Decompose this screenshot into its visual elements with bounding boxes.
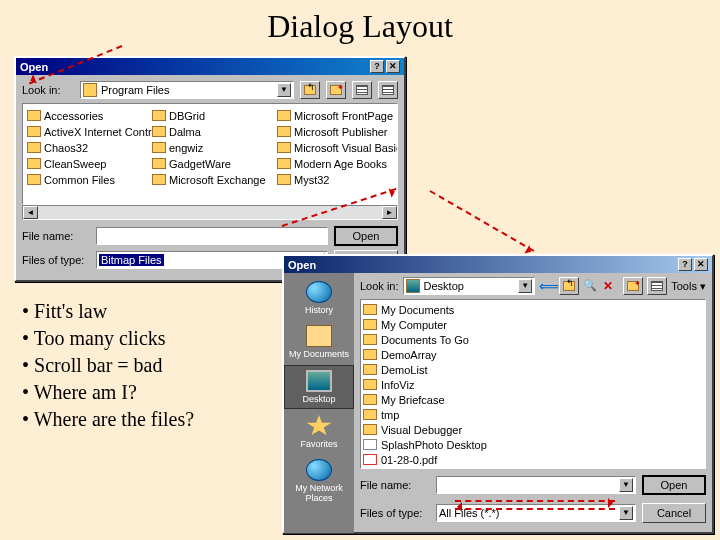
list-item[interactable]: My Documents (363, 302, 703, 317)
bullet-item: Too many clicks (22, 325, 194, 352)
item-label: InfoViz (381, 379, 414, 391)
folder-label: GadgetWare (169, 158, 231, 170)
folder-icon (152, 142, 166, 153)
folder-icon (152, 174, 166, 185)
folder-icon (363, 364, 377, 375)
places-item-desktop[interactable]: Desktop (284, 365, 354, 409)
places-item-my-documents[interactable]: My Documents (284, 321, 354, 363)
places-item-favorites[interactable]: Favorites (284, 411, 354, 453)
chevron-down-icon[interactable]: ▼ (277, 83, 291, 97)
look-in-combo[interactable]: Desktop ▼ (403, 277, 536, 295)
places-bar: HistoryMy DocumentsDesktopFavoritesMy Ne… (284, 273, 354, 533)
cancel-button[interactable]: Cancel (642, 503, 706, 523)
places-label: Desktop (302, 394, 335, 404)
places-item-history[interactable]: History (284, 277, 354, 319)
filename-input[interactable] (96, 227, 328, 245)
file-list-pane[interactable]: My DocumentsMy ComputerDocuments To GoDe… (360, 299, 706, 469)
bullet-item: Fitt's law (22, 298, 194, 325)
scroll-right-button[interactable]: ► (382, 206, 397, 219)
folder-item[interactable]: Microsoft Publisher (277, 124, 398, 139)
globe-icon (306, 459, 332, 481)
folder-icon (27, 142, 41, 153)
new-folder-icon (330, 85, 342, 95)
help-button[interactable]: ? (678, 258, 692, 271)
folder-icon (277, 110, 291, 121)
file-list-pane[interactable]: AccessoriesActiveX Internet ControlsChao… (22, 103, 398, 205)
list-item[interactable]: SplashPhoto Desktop (363, 437, 703, 452)
folder-icon (27, 110, 41, 121)
open-dialog-classic: Open ? ✕ Look in: Program Files ▼ Access… (14, 56, 406, 282)
titlebar[interactable]: Open ? ✕ (284, 256, 712, 273)
folder-item[interactable]: CleanSweep (27, 156, 152, 171)
item-label: Documents To Go (381, 334, 469, 346)
look-in-combo[interactable]: Program Files ▼ (80, 81, 294, 99)
views-button[interactable] (647, 277, 667, 295)
list-item[interactable]: My Briefcase (363, 392, 703, 407)
folder-label: Accessories (44, 110, 103, 122)
filetype-combo[interactable]: All Files (*.*) ▼ (436, 504, 636, 522)
list-item[interactable]: DemoList (363, 362, 703, 377)
folder-item[interactable]: DBGrid (152, 108, 277, 123)
folder-icon (27, 158, 41, 169)
folder-item[interactable]: Common Files (27, 172, 152, 187)
open-button[interactable]: Open (642, 475, 706, 495)
bullet-list: Fitt's lawToo many clicksScroll bar = ba… (22, 298, 194, 433)
new-folder-button[interactable] (623, 277, 643, 295)
folder-item[interactable]: Chaos32 (27, 140, 152, 155)
search-button[interactable]: 🔍 (583, 279, 599, 293)
new-folder-button[interactable] (326, 81, 346, 99)
places-label: History (305, 305, 333, 315)
fold-icon (306, 325, 332, 347)
item-label: tmp (381, 409, 399, 421)
pdf-icon (363, 454, 377, 465)
list-item[interactable]: tmp (363, 407, 703, 422)
up-one-level-button[interactable] (559, 277, 579, 295)
folder-item[interactable]: Microsoft Visual Basic (277, 140, 398, 155)
bullet-item: Scroll bar = bad (22, 352, 194, 379)
chevron-down-icon[interactable]: ▼ (619, 506, 633, 520)
help-button[interactable]: ? (370, 60, 384, 73)
open-button[interactable]: Open (334, 226, 398, 246)
new-folder-icon (627, 281, 639, 291)
list-view-button[interactable] (352, 81, 372, 99)
list-item[interactable]: InfoViz (363, 377, 703, 392)
list-item[interactable]: 01-28-0.pdf (363, 452, 703, 467)
up-one-level-button[interactable] (300, 81, 320, 99)
folder-icon (363, 379, 377, 390)
close-button[interactable]: ✕ (386, 60, 400, 73)
folder-item[interactable]: Dalma (152, 124, 277, 139)
back-button[interactable]: ⟸ (539, 279, 555, 293)
folder-item[interactable]: GadgetWare (152, 156, 277, 171)
screen-icon (306, 370, 332, 392)
folder-label: DBGrid (169, 110, 205, 122)
tools-menu[interactable]: Tools ▾ (671, 280, 706, 293)
folder-icon (363, 319, 377, 330)
folder-item[interactable]: Microsoft Exchange (152, 172, 277, 187)
titlebar[interactable]: Open ? ✕ (16, 58, 404, 75)
folder-item[interactable]: ActiveX Internet Controls (27, 124, 152, 139)
folder-icon (27, 174, 41, 185)
filename-input[interactable]: ▼ (436, 476, 636, 494)
folder-item[interactable]: Myst32 (277, 172, 398, 187)
list-item[interactable]: Visual Debugger (363, 422, 703, 437)
bullet-item: Where am I? (22, 379, 194, 406)
list-item[interactable]: Documents To Go (363, 332, 703, 347)
places-item-my-network-places[interactable]: My Network Places (284, 455, 354, 507)
folder-item[interactable]: engwiz (152, 140, 277, 155)
chevron-down-icon[interactable]: ▼ (518, 279, 532, 293)
folder-item[interactable]: Accessories (27, 108, 152, 123)
look-in-label: Look in: (360, 280, 399, 292)
list-item[interactable]: DemoArray (363, 347, 703, 362)
folder-icon (152, 110, 166, 121)
item-label: My Documents (381, 304, 454, 316)
details-view-button[interactable] (378, 81, 398, 99)
scroll-left-button[interactable]: ◄ (23, 206, 38, 219)
folder-item[interactable]: Microsoft FrontPage (277, 108, 398, 123)
delete-button[interactable]: ✕ (603, 279, 619, 293)
close-button[interactable]: ✕ (694, 258, 708, 271)
folder-item[interactable]: Modern Age Books (277, 156, 398, 171)
chevron-down-icon[interactable]: ▼ (619, 478, 633, 492)
folder-label: Myst32 (294, 174, 329, 186)
list-item[interactable]: My Computer (363, 317, 703, 332)
folder-label: Microsoft FrontPage (294, 110, 393, 122)
